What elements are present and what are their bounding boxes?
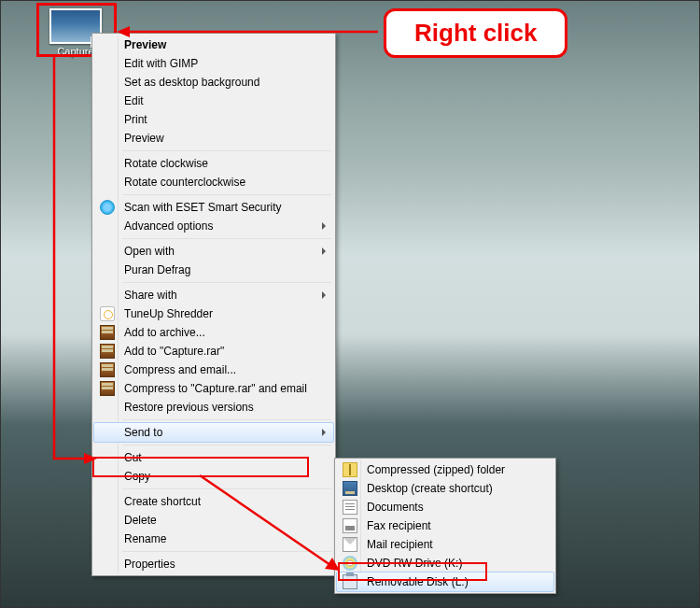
menu-item-share-with[interactable]: Share with: [94, 286, 333, 304]
fax-icon: [343, 518, 357, 533]
menu-item-restore[interactable]: Restore previous versions: [94, 398, 333, 417]
menu-item-preview[interactable]: Preview: [94, 129, 333, 148]
menu-item-label: Compressed (zipped) folder: [367, 463, 505, 476]
menu-item-label: Removable Disk (L:): [367, 575, 469, 588]
menu-item-label: Send to: [124, 426, 162, 439]
menu-item-print[interactable]: Print: [94, 110, 333, 129]
menu-item-docs[interactable]: Documents: [337, 498, 553, 516]
menu-item-label: Cut: [124, 451, 142, 464]
menu-item-edit-gimp[interactable]: Edit with GIMP: [94, 54, 333, 73]
rar-icon: [100, 325, 115, 340]
menu-item-copy[interactable]: Copy: [94, 467, 333, 486]
menu-item-preview-bold[interactable]: Preview: [94, 35, 333, 54]
usb-icon: [343, 574, 357, 589]
menu-item-label: Properties: [124, 558, 175, 571]
zip-icon: [343, 462, 357, 477]
menu-item-usb[interactable]: Removable Disk (L:): [336, 572, 554, 592]
eset-icon: [100, 200, 115, 215]
context-menu[interactable]: PreviewEdit with GIMPSet as desktop back…: [91, 33, 336, 576]
menu-item-open-with[interactable]: Open with: [94, 242, 333, 261]
submenu-arrow-icon: [322, 291, 326, 299]
menu-item-label: Mail recipient: [367, 538, 433, 551]
menu-separator: [122, 238, 331, 239]
menu-item-label: Preview: [124, 132, 164, 145]
menu-item-cut[interactable]: Cut: [94, 448, 333, 467]
submenu-arrow-icon: [322, 247, 326, 255]
menu-item-label: Restore previous versions: [124, 401, 254, 414]
menu-item-rot-cw[interactable]: Rotate clockwise: [94, 154, 333, 173]
menu-item-label: Rotate clockwise: [124, 157, 208, 170]
menu-item-adv-opt[interactable]: Advanced options: [94, 217, 333, 235]
menu-item-mail[interactable]: Mail recipient: [337, 535, 553, 554]
menu-item-add-arch[interactable]: Add to archive...: [94, 323, 333, 342]
send-to-submenu[interactable]: Compressed (zipped) folderDesktop (creat…: [334, 458, 556, 594]
menu-item-label: Rotate counterclockwise: [124, 176, 245, 189]
menu-separator: [122, 551, 331, 552]
menu-item-label: Desktop (create shortcut): [367, 482, 493, 495]
menu-item-tuneup[interactable]: TuneUp Shredder: [94, 304, 333, 323]
menu-item-label: Print: [124, 113, 147, 126]
menu-item-label: Fax recipient: [367, 519, 431, 532]
menu-item-label: Documents: [367, 501, 424, 514]
mail-icon: [343, 537, 357, 552]
menu-item-label: Preview: [124, 38, 166, 51]
menu-item-rename[interactable]: Rename: [94, 530, 333, 548]
menu-item-fax[interactable]: Fax recipient: [337, 516, 553, 535]
annotation-arrow-sendto: [32, 57, 97, 472]
menu-item-label: Compress to "Capture.rar" and email: [124, 382, 307, 395]
menu-item-label: Create shortcut: [124, 495, 201, 508]
menu-item-label: Compress and email...: [124, 363, 236, 376]
desktop-icon: [343, 481, 357, 496]
submenu-arrow-icon: [322, 222, 326, 230]
menu-item-props[interactable]: Properties: [94, 555, 333, 573]
callout-right-click: Right click: [384, 8, 567, 58]
menu-item-send-to[interactable]: Send to: [93, 422, 334, 443]
menu-item-edit[interactable]: Edit: [94, 92, 333, 110]
menu-item-label: Puran Defrag: [124, 263, 190, 276]
menu-item-puran[interactable]: Puran Defrag: [94, 261, 333, 279]
menu-item-label: Open with: [124, 245, 175, 258]
menu-separator: [122, 419, 331, 420]
tuneup-icon: [100, 306, 115, 321]
menu-item-rot-ccw[interactable]: Rotate counterclockwise: [94, 173, 333, 191]
menu-item-label: Edit: [124, 94, 144, 107]
menu-item-set-bg[interactable]: Set as desktop background: [94, 73, 333, 92]
menu-item-label: Set as desktop background: [124, 76, 259, 89]
menu-separator: [122, 194, 331, 195]
menu-item-label: Scan with ESET Smart Security: [124, 201, 282, 214]
menu-item-zip[interactable]: Compressed (zipped) folder: [337, 460, 553, 479]
menu-item-label: Rename: [124, 532, 166, 545]
menu-item-add-capture[interactable]: Add to "Capture.rar": [94, 342, 333, 361]
menu-item-label: Advanced options: [124, 219, 213, 233]
menu-item-label: Edit with GIMP: [124, 57, 198, 70]
menu-item-label: DVD RW Drive (K:): [367, 557, 462, 570]
rar-icon: [100, 344, 115, 359]
submenu-arrow-icon: [322, 429, 326, 436]
menu-item-label: Add to archive...: [124, 326, 205, 339]
rar-icon: [100, 381, 115, 396]
menu-item-label: Add to "Capture.rar": [124, 345, 224, 358]
menu-item-label: Delete: [124, 514, 157, 527]
menu-item-label: Share with: [124, 289, 177, 302]
menu-item-label: TuneUp Shredder: [124, 307, 213, 320]
menu-separator: [122, 445, 331, 445]
menu-item-label: Copy: [124, 470, 150, 483]
menu-separator: [122, 150, 331, 151]
rar-icon: [100, 362, 115, 377]
menu-item-compr-email[interactable]: Compress and email...: [94, 361, 333, 379]
menu-item-dvd[interactable]: DVD RW Drive (K:): [337, 554, 553, 573]
menu-separator: [122, 282, 331, 283]
menu-item-eset[interactable]: Scan with ESET Smart Security: [94, 198, 333, 217]
menu-item-desktop[interactable]: Desktop (create shortcut): [337, 479, 553, 498]
doc-icon: [343, 500, 357, 515]
menu-separator: [122, 488, 331, 489]
menu-item-delete[interactable]: Delete: [94, 511, 333, 530]
menu-item-compr-cap[interactable]: Compress to "Capture.rar" and email: [94, 379, 333, 398]
dvd-icon: [343, 556, 357, 571]
menu-item-shortcut[interactable]: Create shortcut: [94, 492, 333, 511]
